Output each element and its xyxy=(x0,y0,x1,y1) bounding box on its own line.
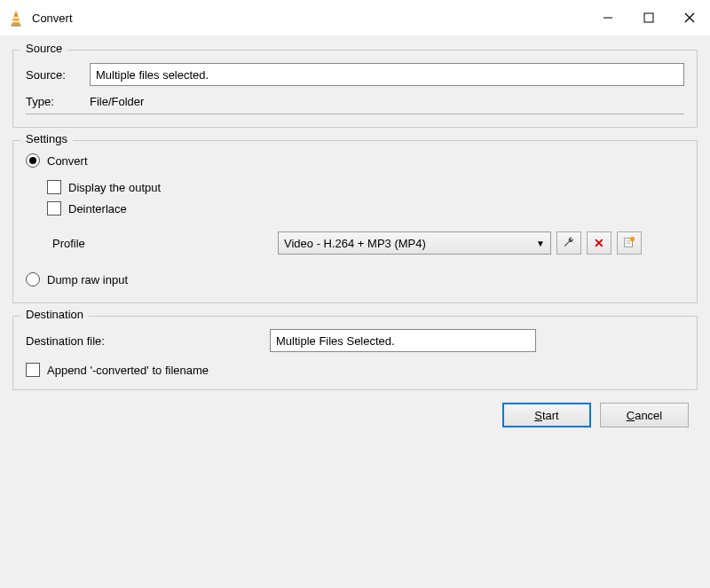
minimize-button[interactable] xyxy=(588,0,628,35)
svg-point-11 xyxy=(630,236,635,240)
destination-group: Destination Destination file: Append '-c… xyxy=(12,316,698,390)
deinterlace-label: Deinterlace xyxy=(68,202,127,216)
wrench-icon xyxy=(563,236,575,251)
dest-file-label: Destination file: xyxy=(26,334,270,348)
convert-radio[interactable]: Convert xyxy=(26,153,684,168)
checkbox-icon xyxy=(47,180,61,194)
start-button[interactable]: Start xyxy=(502,403,591,427)
profile-dropdown[interactable]: Video - H.264 + MP3 (MP4) ▼ xyxy=(278,231,551,255)
maximize-button[interactable] xyxy=(628,0,669,35)
type-value: File/Folder xyxy=(90,95,144,108)
source-group: Source Source: Type: File/Folder xyxy=(12,50,698,128)
type-label: Type: xyxy=(26,95,90,108)
source-legend: Source xyxy=(20,42,67,55)
new-profile-button[interactable] xyxy=(617,231,642,255)
svg-rect-4 xyxy=(644,13,653,22)
checkbox-icon xyxy=(26,363,40,377)
dest-file-input[interactable] xyxy=(270,329,536,352)
profile-value: Video - H.264 + MP3 (MP4) xyxy=(284,237,426,250)
append-converted-checkbox[interactable]: Append '-converted' to filename xyxy=(26,363,684,377)
cancel-rest: ancel xyxy=(635,409,662,422)
window-title: Convert xyxy=(32,12,73,25)
delete-profile-button[interactable]: ✕ xyxy=(587,231,611,255)
checkbox-icon xyxy=(47,201,61,216)
dump-raw-label: Dump raw input xyxy=(47,273,128,286)
new-profile-icon xyxy=(623,236,635,251)
edit-profile-button[interactable] xyxy=(556,231,581,255)
dump-raw-radio[interactable]: Dump raw input xyxy=(26,272,684,286)
profile-label: Profile xyxy=(47,237,278,250)
deinterlace-checkbox[interactable]: Deinterlace xyxy=(47,201,684,216)
dialog-footer: Start Cancel xyxy=(12,403,698,427)
settings-legend: Settings xyxy=(20,132,73,145)
display-output-label: Display the output xyxy=(68,181,161,194)
app-icon xyxy=(9,10,25,26)
source-input[interactable] xyxy=(90,63,684,86)
source-label: Source: xyxy=(26,68,90,82)
destination-legend: Destination xyxy=(20,308,89,321)
svg-rect-2 xyxy=(11,25,20,27)
chevron-down-icon: ▼ xyxy=(536,239,545,248)
radio-icon xyxy=(26,272,40,286)
display-output-checkbox[interactable]: Display the output xyxy=(47,180,684,194)
start-rest: tart xyxy=(542,409,559,422)
titlebar: Convert xyxy=(0,0,710,35)
svg-rect-0 xyxy=(13,17,19,19)
settings-group: Settings Convert Display the output Dein… xyxy=(12,140,698,303)
radio-icon xyxy=(26,153,40,168)
delete-icon: ✕ xyxy=(594,236,604,250)
convert-radio-label: Convert xyxy=(47,154,88,168)
close-button[interactable] xyxy=(669,0,710,35)
append-converted-label: Append '-converted' to filename xyxy=(47,364,209,377)
svg-rect-1 xyxy=(12,20,20,22)
cancel-button[interactable]: Cancel xyxy=(600,403,689,427)
